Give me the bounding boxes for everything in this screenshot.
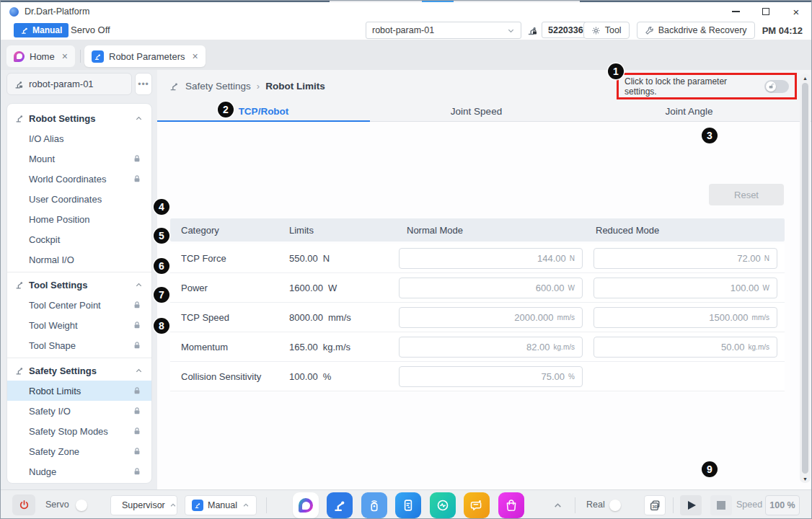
sidebar-item-robot-limits[interactable]: Robot Limits bbox=[7, 381, 151, 401]
sidebar-item-user-coordinates[interactable]: User Coordinates bbox=[7, 189, 151, 209]
content-tab-joint-speed[interactable]: Joint Speed bbox=[370, 102, 583, 121]
content-tab-joint-angle[interactable]: Joint Angle bbox=[583, 102, 795, 121]
sidebar-item-label: Safety I/O bbox=[29, 406, 133, 417]
normal-mode-input[interactable]: 144.00N bbox=[399, 248, 583, 269]
sidebar-item-label: Nudge bbox=[29, 466, 133, 477]
maximize-button[interactable] bbox=[751, 3, 781, 20]
vertical-scrollbar[interactable]: ▲ ▼ bbox=[800, 74, 811, 483]
reduced-mode-input[interactable]: 1500.000mm/s bbox=[593, 307, 777, 328]
sidebar-item-safety-i-o[interactable]: Safety I/O bbox=[7, 401, 151, 421]
lock-icon bbox=[133, 447, 141, 456]
chevron-right-icon: › bbox=[257, 81, 260, 92]
mode-badge[interactable]: Manual bbox=[14, 23, 69, 37]
backdrive-recovery-button[interactable]: Backdrive & Recovery bbox=[637, 22, 755, 39]
operation-mode-select[interactable]: Manual bbox=[185, 495, 257, 515]
annotation-badge-7: 7 bbox=[154, 287, 169, 303]
store-app-icon[interactable] bbox=[498, 492, 524, 518]
normal-mode-input[interactable]: 2000.000mm/s bbox=[399, 307, 583, 328]
tab-content: Reset CategoryLimitsNormal ModeReduced M… bbox=[157, 122, 812, 489]
normal-mode-input[interactable]: 75.00% bbox=[399, 366, 583, 387]
lock-icon bbox=[133, 301, 141, 309]
close-tab-icon[interactable]: × bbox=[62, 50, 68, 62]
sidebar-item-tool-shape[interactable]: Tool Shape bbox=[7, 335, 151, 355]
content-tab-tcp-robot[interactable]: TCP/Robot bbox=[157, 102, 370, 121]
category-label: Momentum bbox=[181, 342, 228, 352]
sidebar-section-header-safety-settings[interactable]: Safety Settings bbox=[7, 360, 151, 381]
sidebar-item-label: Safety Zone bbox=[29, 446, 133, 457]
reduced-mode-input[interactable]: 100.00W bbox=[593, 278, 777, 298]
status-monitor-app-icon[interactable] bbox=[430, 492, 456, 518]
scrollbar-thumb[interactable] bbox=[802, 83, 808, 474]
sidebar-item-normal-i-o[interactable]: Normal I/O bbox=[7, 249, 151, 270]
category-label: TCP Force bbox=[181, 253, 226, 264]
gear-icon bbox=[591, 26, 601, 35]
tool-button[interactable]: Tool bbox=[583, 22, 630, 39]
lock-icon bbox=[133, 321, 141, 329]
role-select[interactable]: Supervisor bbox=[110, 495, 177, 515]
tab-robot-parameters[interactable]: Robot Parameters × bbox=[84, 45, 206, 67]
robot-arm-icon bbox=[20, 26, 29, 35]
robot-parameters-app-icon[interactable] bbox=[327, 492, 353, 518]
reduced-mode-input[interactable]: 50.00kg.m/s bbox=[593, 337, 777, 358]
sidebar-item-world-coordinates[interactable]: World Coordinates bbox=[7, 169, 151, 189]
sidebar-item-nudge[interactable]: Nudge bbox=[7, 461, 151, 482]
message-app-icon[interactable] bbox=[464, 492, 490, 518]
sidebar-item-label: World Coordinates bbox=[29, 174, 133, 185]
sidebar-item-safety-zone[interactable]: Safety Zone bbox=[7, 441, 151, 461]
sidebar-section-safety-settings: Safety SettingsRobot LimitsSafety I/OSaf… bbox=[7, 358, 151, 482]
reset-button[interactable]: Reset bbox=[709, 184, 784, 205]
tab-home[interactable]: Home × bbox=[6, 45, 75, 67]
sidebar-item-label: Robot Limits bbox=[29, 386, 133, 396]
chevron-down-icon bbox=[507, 27, 515, 35]
table-row-momentum: Momentum165.00kg.m/s82.00kg.m/s50.00kg.m… bbox=[170, 332, 785, 362]
sidebar-item-cockpit[interactable]: Cockpit bbox=[7, 229, 151, 249]
sidebar-param-name[interactable]: robot-param-01 bbox=[6, 73, 132, 95]
content-tabs: TCP/RobotJoint SpeedJoint Angle bbox=[157, 102, 812, 122]
sidebar-section-header-robot-settings[interactable]: Robot Settings bbox=[7, 108, 151, 128]
sidebar-item-i-o-alias[interactable]: I/O Alias bbox=[7, 128, 151, 148]
lock-icon bbox=[133, 386, 141, 395]
chevron-up-icon[interactable] bbox=[553, 501, 562, 510]
speed-label: Speed bbox=[736, 500, 762, 510]
breadcrumb-parent[interactable]: Safety Settings bbox=[185, 81, 251, 92]
lock-icon bbox=[133, 467, 141, 476]
annotation-badge-1: 1 bbox=[608, 63, 624, 79]
sidebar-item-safety-stop-modes[interactable]: Safety Stop Modes bbox=[7, 421, 151, 441]
normal-mode-input[interactable]: 82.00kg.m/s bbox=[399, 337, 583, 358]
3d-viewer-button[interactable]: 3D bbox=[644, 495, 666, 515]
reduced-mode-input[interactable]: 72.00N bbox=[593, 248, 777, 269]
close-button[interactable]: × bbox=[781, 3, 811, 20]
stop-button[interactable] bbox=[710, 495, 732, 515]
sidebar-section-header-tool-settings[interactable]: Tool Settings bbox=[7, 275, 151, 295]
lock-icon bbox=[133, 174, 141, 183]
power-button[interactable] bbox=[12, 494, 35, 515]
limit-value: 550.00N bbox=[289, 253, 330, 264]
sidebar-item-home-position[interactable]: Home Position bbox=[7, 209, 151, 229]
sidebar-item-tool-weight[interactable]: Tool Weight bbox=[7, 315, 151, 335]
sidebar-menu: Robot SettingsI/O AliasMountWorld Coordi… bbox=[6, 103, 152, 484]
tool-button-label: Tool bbox=[605, 25, 622, 35]
window-title: Dr.Dart-Platform bbox=[25, 6, 89, 17]
normal-mode-input[interactable]: 600.00W bbox=[399, 278, 583, 298]
annotation-badge-6: 6 bbox=[154, 258, 169, 274]
robot-arm-icon bbox=[169, 81, 180, 92]
jog-app-icon[interactable] bbox=[395, 492, 421, 518]
sidebar-item-tool-center-point[interactable]: Tool Center Point bbox=[7, 295, 151, 315]
lock-icon bbox=[133, 341, 141, 350]
breadcrumb: Safety Settings › Robot Limits Click to … bbox=[157, 70, 812, 102]
tab-home-label: Home bbox=[30, 51, 55, 62]
parameter-lock-toggle[interactable] bbox=[764, 80, 789, 93]
param-select[interactable]: robot-param-01 bbox=[366, 22, 521, 39]
sidebar-more-button[interactable]: ••• bbox=[135, 73, 152, 95]
home-app-icon[interactable] bbox=[293, 492, 319, 518]
close-tab-icon[interactable]: × bbox=[193, 50, 198, 62]
lock-icon bbox=[133, 427, 141, 435]
sidebar-item-mount[interactable]: Mount bbox=[7, 148, 151, 169]
breadcrumb-current: Robot Limits bbox=[265, 81, 325, 92]
speed-value[interactable]: 100 % bbox=[765, 495, 800, 515]
teach-pendant-app-icon[interactable] bbox=[361, 492, 387, 518]
scroll-up-icon[interactable]: ▲ bbox=[803, 74, 808, 82]
scroll-down-icon[interactable]: ▼ bbox=[803, 474, 808, 483]
play-button[interactable] bbox=[680, 495, 702, 515]
minimize-button[interactable] bbox=[720, 3, 751, 20]
